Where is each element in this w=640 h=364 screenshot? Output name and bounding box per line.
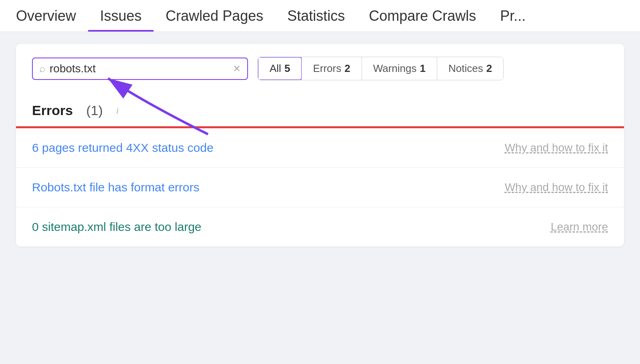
issues-card: ⌕ ✕ All 5 Errors 2 Warnings 1 Notic bbox=[16, 44, 624, 247]
clear-search-button[interactable]: ✕ bbox=[233, 64, 241, 74]
issue-link-robots[interactable]: Robots.txt file has format errors bbox=[32, 181, 199, 194]
fix-link-robots[interactable]: Why and how to fix it bbox=[505, 181, 608, 194]
section-header: Errors (1) i bbox=[16, 93, 624, 126]
section-title: Errors (1) i bbox=[32, 103, 608, 118]
issue-row: 0 sitemap.xml files are too large Learn … bbox=[16, 207, 624, 247]
issue-row: 6 pages returned 4XX status code Why and… bbox=[16, 128, 624, 168]
filter-tab-warnings[interactable]: Warnings 1 bbox=[362, 57, 437, 80]
search-input[interactable] bbox=[50, 62, 229, 75]
nav-statistics[interactable]: Statistics bbox=[275, 8, 357, 32]
nav-more[interactable]: Pr... bbox=[488, 8, 538, 32]
filter-tabs: All 5 Errors 2 Warnings 1 Notices 2 bbox=[258, 57, 504, 80]
main-content: ⌕ ✕ All 5 Errors 2 Warnings 1 Notic bbox=[0, 32, 640, 364]
info-icon[interactable]: i bbox=[116, 105, 119, 116]
search-box: ⌕ ✕ bbox=[32, 58, 248, 80]
filter-tab-notices[interactable]: Notices 2 bbox=[437, 57, 503, 80]
top-nav: Overview Issues Crawled Pages Statistics… bbox=[0, 0, 640, 32]
nav-overview[interactable]: Overview bbox=[16, 8, 88, 32]
nav-compare-crawls[interactable]: Compare Crawls bbox=[357, 8, 488, 32]
fix-link-4xx[interactable]: Why and how to fix it bbox=[505, 141, 608, 154]
filter-tab-errors[interactable]: Errors 2 bbox=[302, 57, 362, 80]
issue-row: Robots.txt file has format errors Why an… bbox=[16, 168, 624, 207]
nav-issues[interactable]: Issues bbox=[88, 8, 154, 32]
nav-crawled-pages[interactable]: Crawled Pages bbox=[154, 8, 275, 32]
filter-bar: ⌕ ✕ All 5 Errors 2 Warnings 1 Notic bbox=[16, 44, 624, 93]
issue-link-4xx[interactable]: 6 pages returned 4XX status code bbox=[32, 141, 214, 155]
learn-more-sitemap[interactable]: Learn more bbox=[551, 221, 608, 233]
issue-link-sitemap[interactable]: 0 sitemap.xml files are too large bbox=[32, 220, 202, 234]
filter-tab-all[interactable]: All 5 bbox=[258, 57, 302, 80]
search-icon: ⌕ bbox=[39, 62, 46, 75]
